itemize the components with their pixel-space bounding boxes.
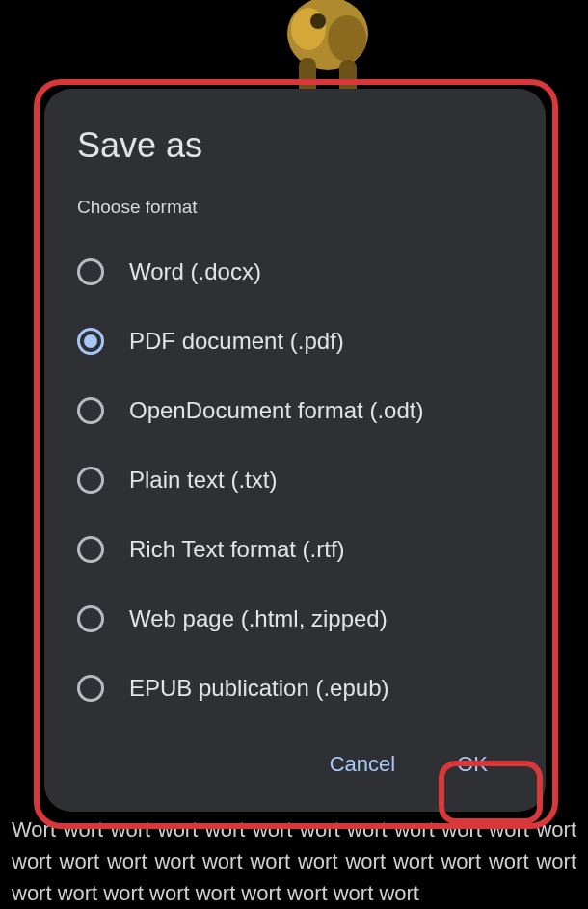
option-label: Plain text (.txt) bbox=[129, 467, 277, 494]
option-label: Web page (.html, zipped) bbox=[129, 605, 388, 632]
format-option-odt[interactable]: OpenDocument format (.odt) bbox=[44, 376, 546, 445]
dialog-actions: Cancel OK bbox=[44, 723, 546, 794]
svg-point-2 bbox=[328, 15, 366, 62]
background-document-text: Wort wort wort wort wort wort wort wort … bbox=[0, 814, 588, 909]
option-label: EPUB publication (.epub) bbox=[129, 675, 388, 702]
radio-icon bbox=[77, 675, 104, 702]
format-option-list: Word (.docx) PDF document (.pdf) OpenDoc… bbox=[44, 237, 546, 723]
format-option-word[interactable]: Word (.docx) bbox=[44, 237, 546, 307]
radio-icon-selected bbox=[77, 328, 104, 355]
dialog-subtitle: Choose format bbox=[44, 197, 546, 237]
option-label: Rich Text format (.rtf) bbox=[129, 536, 345, 563]
option-label: PDF document (.pdf) bbox=[129, 328, 344, 355]
option-label: Word (.docx) bbox=[129, 258, 261, 285]
ok-button[interactable]: OK bbox=[445, 744, 499, 785]
format-option-rtf[interactable]: Rich Text format (.rtf) bbox=[44, 515, 546, 584]
radio-icon bbox=[77, 536, 104, 563]
radio-icon bbox=[77, 397, 104, 424]
format-option-html[interactable]: Web page (.html, zipped) bbox=[44, 584, 546, 654]
save-as-dialog: Save as Choose format Word (.docx) PDF d… bbox=[44, 89, 546, 812]
svg-point-5 bbox=[310, 13, 326, 29]
radio-icon bbox=[77, 605, 104, 632]
radio-icon bbox=[77, 467, 104, 494]
dialog-title: Save as bbox=[44, 125, 546, 197]
option-label: OpenDocument format (.odt) bbox=[129, 397, 423, 424]
format-option-pdf[interactable]: PDF document (.pdf) bbox=[44, 307, 546, 376]
format-option-epub[interactable]: EPUB publication (.epub) bbox=[44, 654, 546, 723]
cancel-button[interactable]: Cancel bbox=[318, 744, 407, 785]
format-option-txt[interactable]: Plain text (.txt) bbox=[44, 445, 546, 515]
radio-icon bbox=[77, 258, 104, 285]
